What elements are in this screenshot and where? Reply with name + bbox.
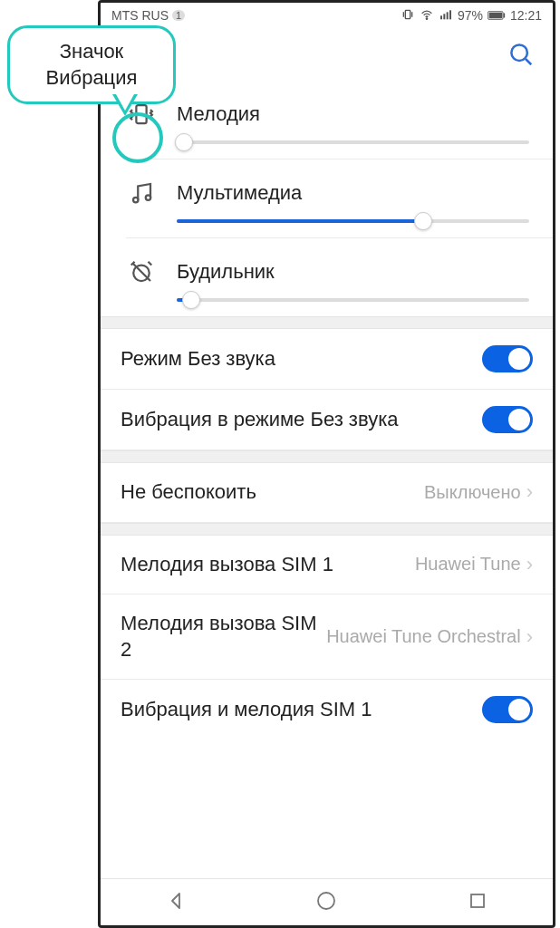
dnd-row[interactable]: Не беспокоить Выключено › [101, 463, 553, 523]
section-divider [101, 316, 553, 329]
ringtone-sim2-value: Huawei Tune Orchestral [326, 626, 521, 647]
ringtone-label: Мелодия [177, 102, 260, 126]
callout-line2: Вибрация [17, 65, 166, 92]
battery-percent: 97% [458, 8, 483, 23]
media-label: Мультимедиа [177, 181, 302, 205]
svg-rect-0 [405, 10, 410, 18]
svg-rect-7 [503, 14, 505, 18]
ringtone-sim1-row[interactable]: Мелодия вызова SIM 1 Huawei Tune › [101, 536, 553, 595]
svg-rect-2 [440, 15, 442, 19]
svg-rect-15 [471, 894, 484, 907]
chevron-right-icon: › [526, 625, 533, 649]
vibrate-status-icon [401, 7, 415, 24]
clock: 12:21 [510, 8, 542, 23]
vibrate-ringtone-sim1-label: Вибрация и мелодия SIM 1 [121, 697, 482, 723]
ringtone-sim1-value: Huawei Tune [415, 554, 521, 575]
phone-frame: MTS RUS 1 97% 12:21 Звук [98, 0, 555, 928]
section-divider [101, 523, 553, 536]
svg-rect-5 [449, 10, 451, 19]
vibrate-silent-toggle[interactable] [482, 406, 533, 433]
music-icon [126, 178, 157, 208]
svg-point-11 [133, 198, 139, 203]
wifi-icon [420, 7, 434, 24]
carrier-label: MTS RUS 1 [111, 8, 185, 23]
dnd-label: Не беспокоить [121, 479, 424, 506]
silent-mode-row[interactable]: Режим Без звука [101, 329, 553, 390]
chevron-right-icon: › [526, 480, 533, 504]
svg-rect-3 [443, 14, 445, 19]
search-button[interactable] [507, 41, 535, 72]
alarm-off-icon [126, 256, 157, 287]
vibrate-silent-row[interactable]: Вибрация в режиме Без звука [101, 390, 553, 450]
dnd-value: Выключено [424, 482, 521, 503]
svg-rect-4 [447, 12, 449, 19]
carrier-badge: 1 [172, 10, 185, 21]
nav-bar [101, 878, 553, 925]
battery-icon [488, 8, 506, 23]
alarm-label: Будильник [177, 260, 275, 284]
vibrate-ringtone-sim1-row[interactable]: Вибрация и мелодия SIM 1 [101, 680, 553, 740]
annotation-callout: Значок Вибрация [7, 25, 176, 104]
media-slider[interactable] [177, 219, 529, 223]
nav-home-button[interactable] [315, 890, 337, 915]
media-volume-row: Мультимедиа [101, 160, 553, 237]
carrier-text: MTS RUS [111, 8, 169, 23]
nav-back-button[interactable] [165, 890, 187, 915]
ringtone-slider[interactable] [177, 140, 529, 144]
vibrate-ringtone-sim1-toggle[interactable] [482, 696, 533, 723]
silent-mode-toggle[interactable] [482, 345, 533, 372]
svg-rect-8 [489, 13, 503, 19]
silent-mode-label: Режим Без звука [121, 346, 482, 372]
chevron-right-icon: › [526, 553, 533, 576]
svg-point-14 [318, 893, 334, 909]
alarm-volume-row: Будильник [101, 238, 553, 316]
signal-icon [439, 7, 453, 24]
status-bar: MTS RUS 1 97% 12:21 [101, 3, 553, 28]
alarm-slider[interactable] [177, 298, 529, 302]
content: Мелодия Мультимедиа [101, 81, 553, 878]
ringtone-sim2-row[interactable]: Мелодия вызова SIM 2 Huawei Tune Orchest… [101, 594, 553, 680]
callout-line1: Значок [17, 39, 166, 65]
section-divider [101, 450, 553, 463]
nav-recent-button[interactable] [467, 890, 488, 915]
vibrate-silent-label: Вибрация в режиме Без звука [121, 407, 482, 433]
ringtone-sim1-label: Мелодия вызова SIM 1 [121, 552, 415, 578]
svg-point-9 [511, 44, 527, 61]
status-icons: 97% 12:21 [401, 7, 542, 24]
ringtone-sim2-label: Мелодия вызова SIM 2 [121, 611, 326, 662]
svg-point-12 [146, 195, 151, 200]
annotation-highlight-circle [112, 112, 163, 163]
svg-point-1 [426, 18, 427, 19]
